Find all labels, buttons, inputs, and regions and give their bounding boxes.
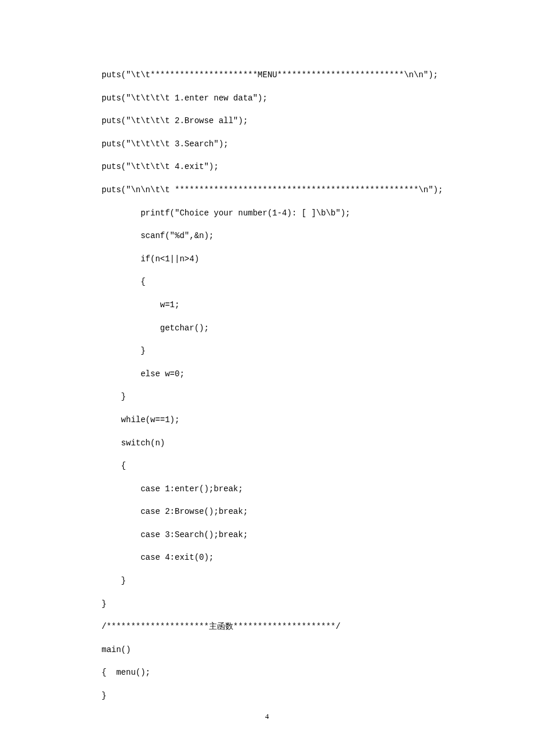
code-line: scanf("%d",&n); <box>102 231 432 242</box>
code-line: puts("\t\t**********************MENU****… <box>102 70 432 81</box>
code-line: } <box>102 575 432 587</box>
code-line: { <box>102 460 432 472</box>
code-line: printf("Choice your number(1-4): [ ]\b\b… <box>102 208 432 219</box>
code-line: case 1:enter();break; <box>102 484 432 495</box>
document-page: puts("\t\t**********************MENU****… <box>0 0 534 756</box>
code-line: } <box>102 599 432 610</box>
code-line: { <box>102 276 432 288</box>
code-line: while(w==1); <box>102 415 432 426</box>
page-number: 4 <box>0 712 534 721</box>
code-line: } <box>102 690 432 702</box>
code-line: if(n<1||n>4) <box>102 254 432 265</box>
code-line: w=1; <box>102 300 432 311</box>
code-line: case 2:Browse();break; <box>102 506 432 518</box>
code-line: } <box>102 391 432 403</box>
code-line: puts("\n\n\t\t *************************… <box>102 185 432 196</box>
code-line: puts("\t\t\t\t 4.exit"); <box>102 161 432 173</box>
code-line: puts("\t\t\t\t 1.enter new data"); <box>102 93 432 105</box>
code-line: switch(n) <box>102 438 432 449</box>
code-line: { menu(); <box>102 667 432 679</box>
code-line: puts("\t\t\t\t 2.Browse all"); <box>102 116 432 127</box>
code-line: main() <box>102 645 432 656</box>
code-line: getchar(); <box>102 323 432 334</box>
code-line: case 4:exit(0); <box>102 552 432 564</box>
code-line: /*********************主函数***************… <box>102 621 432 633</box>
code-line: } <box>102 345 432 357</box>
code-line: puts("\t\t\t\t 3.Search"); <box>102 139 432 150</box>
code-line: case 3:Search();break; <box>102 530 432 541</box>
code-line: else w=0; <box>102 369 432 380</box>
